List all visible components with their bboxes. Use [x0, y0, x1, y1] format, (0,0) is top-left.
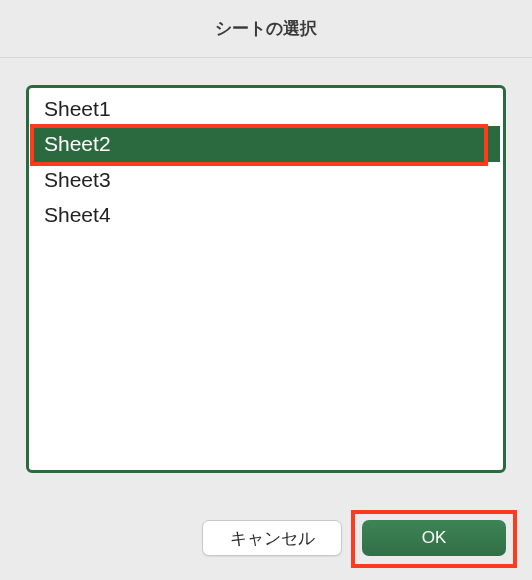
list-item[interactable]: Sheet4 [32, 197, 500, 232]
list-item[interactable]: Sheet1 [32, 91, 500, 126]
dialog-content: Sheet1 Sheet2 Sheet3 Sheet4 [0, 58, 532, 510]
list-item-label: Sheet1 [44, 97, 111, 120]
cancel-button[interactable]: キャンセル [202, 520, 342, 556]
ok-button-label: OK [422, 528, 447, 548]
ok-button[interactable]: OK [362, 520, 506, 556]
cancel-button-label: キャンセル [230, 527, 315, 550]
dialog-title: シートの選択 [215, 17, 317, 40]
sheet-listbox[interactable]: Sheet1 Sheet2 Sheet3 Sheet4 [32, 91, 500, 467]
sheet-select-dialog: シートの選択 Sheet1 Sheet2 Sheet3 Sheet4 [0, 0, 532, 580]
list-item-label: Sheet2 [44, 132, 111, 155]
dialog-titlebar: シートの選択 [0, 0, 532, 58]
list-item[interactable]: Sheet3 [32, 162, 500, 197]
dialog-button-row: キャンセル OK [0, 510, 532, 580]
sheet-listbox-frame: Sheet1 Sheet2 Sheet3 Sheet4 [26, 85, 506, 473]
list-item-label: Sheet4 [44, 203, 111, 226]
list-item[interactable]: Sheet2 [32, 126, 500, 161]
list-item-label: Sheet3 [44, 168, 111, 191]
